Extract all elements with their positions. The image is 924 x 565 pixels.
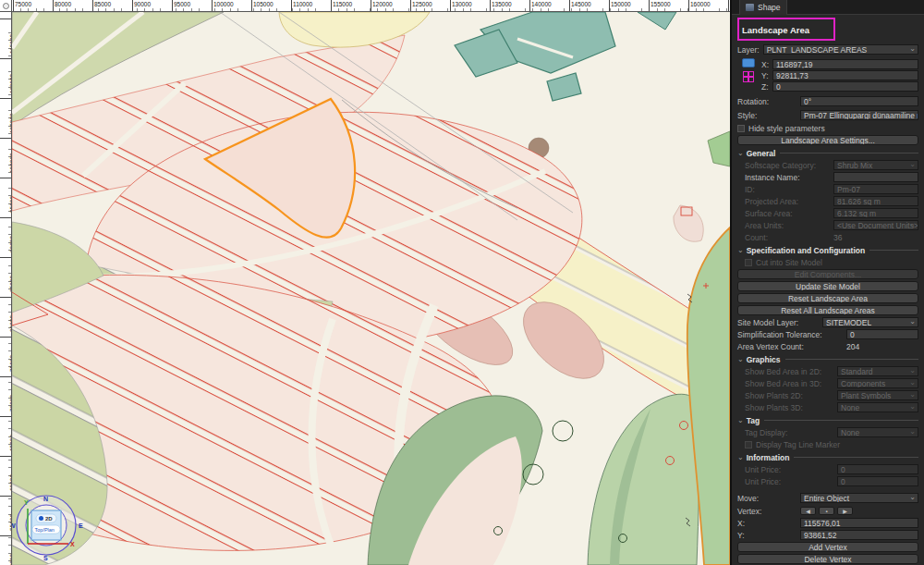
tab-shape[interactable]: Shape [739,0,787,15]
style-dropdown[interactable]: Pm-07 Ellingupargi dünaamiline niit [800,110,918,120]
y-label: Y: [761,71,772,80]
view-compass-widget[interactable]: Y X N E S W 2D Top/Plan [6,485,94,562]
x-coordinate-field[interactable]: 116897,19 [772,59,918,69]
previous-vertex-button[interactable]: ◀ [800,507,816,515]
grid-reference-icon[interactable] [743,71,754,82]
surface-area-field: 6.132 sq m [833,208,918,218]
add-vertex-button[interactable]: Add Vertex [737,542,918,552]
layer-value: PLNT_LANDSCAPE AREAS [767,45,868,55]
annotation-box-title: Landscape Area [737,18,835,41]
section-information[interactable]: ⌄ Information [737,452,918,462]
style-label: Style: [737,111,796,120]
shape-tab-icon [746,4,754,11]
delete-vertex-button[interactable]: Delete Vertex [737,554,918,564]
projected-area-label: Projected Area: [745,197,830,206]
layer-label: Layer: [737,45,760,55]
tag-display-label: Tag Display: [745,428,833,437]
display-tag-line-marker-label: Display Tag Line Marker [756,440,840,449]
unit-price-label-2: Unit Price: [745,477,833,486]
ruler-horizontal: 7500080000850009000095000100000105000110… [0,0,730,12]
site-plan-drawing [0,0,730,565]
chevron-down-icon: ⌄ [737,246,744,254]
simplification-tolerance-label: Simplification Tolerance: [737,330,843,339]
show-plants-3d-label: Show Plants 3D: [745,403,833,412]
count-value: 36 [833,233,918,242]
vertex-x-label: X: [737,519,796,528]
area-units-label: Area Units: [745,221,830,230]
unit-price-field-2: 0 [837,476,918,486]
cut-into-site-model-checkbox [745,259,752,266]
section-general[interactable]: ⌄ General [737,148,918,158]
svg-text:2D: 2D [45,516,53,522]
palette-tab-bar: Shape [732,0,924,15]
section-specification[interactable]: ⌄ Specification and Configuration [737,245,918,255]
show-plants-2d-dropdown: Plant Symbols [837,390,918,400]
vertex-y-field[interactable]: 93861,52 [800,530,918,540]
hide-style-parameters-label: Hide style parameters [748,124,825,133]
id-field: Pm-07 [833,184,918,194]
show-plants-2d-label: Show Plants 2D: [745,391,833,400]
show-bed-3d-dropdown: Components [837,378,918,388]
reset-all-landscape-areas-button[interactable]: Reset All Landscape Areas [737,305,918,315]
show-bed-2d-dropdown: Standard [837,366,918,376]
section-graphics[interactable]: ⌄ Graphics [737,354,918,364]
position-mode-icon[interactable] [742,58,755,68]
update-site-model-button[interactable]: Update Site Model [737,281,918,291]
view-plan-pill[interactable]: Top/Plan [32,525,60,534]
tab-shape-label: Shape [758,3,781,12]
z-label: Z: [761,82,772,92]
rotation-label: Rotation: [737,97,796,106]
view-mode-pill[interactable]: 2D [36,514,56,522]
drawing-canvas[interactable]: 7500080000850009000095000100000105000110… [0,0,730,565]
landscape-area-settings-button[interactable]: Landscape Area Settings... [737,135,918,145]
rotation-field[interactable]: 0° [800,96,918,106]
current-vertex-button[interactable]: ▪ [819,507,834,515]
cut-into-site-model-label: Cut into Site Model [756,258,822,267]
ruler-origin-icon[interactable] [0,0,12,12]
count-label: Count: [745,233,830,242]
vertex-x-field[interactable]: 115576,01 [800,518,918,528]
instance-name-label: Instance Name: [745,173,830,182]
show-plants-3d-dropdown: None [837,402,918,412]
site-model-layer-label: Site Model Layer: [737,318,819,327]
next-vertex-button[interactable]: ▶ [837,507,853,515]
object-type-title: Landscape Area [742,25,809,35]
edit-components-button: Edit Components... [737,269,918,279]
chevron-down-icon: ⌄ [737,355,744,363]
instance-name-field[interactable] [833,172,918,182]
object-info-palette: Shape Landscape Area Layer: PLNT_LANDSCA… [730,0,924,565]
area-units-dropdown: <Use Document Units> [833,220,918,230]
reset-landscape-area-button[interactable]: Reset Landscape Area [737,293,918,303]
area-vertex-count-label: Area Vertex Count: [737,342,843,351]
vertex-label: Vertex: [737,507,796,516]
move-label: Move: [737,494,796,503]
y-axis-label: Y [24,499,29,506]
chevron-down-icon: ⌄ [737,149,744,157]
surface-area-label: Surface Area: [745,209,830,218]
x-axis-label: X [70,541,75,547]
section-tag[interactable]: ⌄ Tag [737,415,918,425]
move-dropdown[interactable]: Entire Object [800,493,918,503]
softscape-category-dropdown: Shrub Mix [833,160,918,170]
compass-south: S [43,555,48,561]
softscape-category-label: Softscape Category: [745,161,830,170]
x-label: X: [761,60,772,69]
vertex-y-label: Y: [737,531,796,540]
layer-dropdown[interactable]: PLNT_LANDSCAPE AREAS [763,44,918,55]
tag-display-dropdown: None [837,427,918,437]
vectorworks-window: 7500080000850009000095000100000105000110… [0,0,924,565]
site-model-layer-dropdown[interactable]: SITEMODEL [822,317,918,327]
svg-text:Top/Plan: Top/Plan [35,527,55,533]
compass-north: N [43,496,48,502]
chevron-down-icon: ⌄ [737,453,744,461]
simplification-tolerance-field[interactable]: 0 [846,329,918,339]
hide-style-parameters-checkbox[interactable] [737,125,745,132]
chevron-down-icon: ⌄ [737,416,744,424]
z-coordinate-field[interactable]: 0 [772,81,918,92]
show-bed-2d-label: Show Bed Area in 2D: [745,367,833,376]
y-coordinate-field[interactable]: 92811,73 [772,70,918,80]
unit-price-field: 0 [837,464,918,474]
area-vertex-count-value: 204 [846,342,918,351]
ruler-vertical: 1150001100001050001000009500090000850008… [0,12,12,565]
projected-area-field: 81.626 sq m [833,196,918,206]
